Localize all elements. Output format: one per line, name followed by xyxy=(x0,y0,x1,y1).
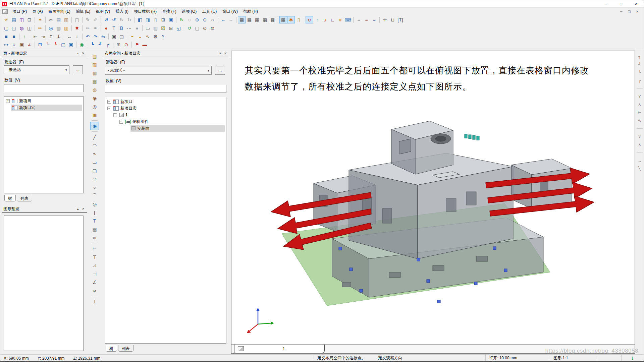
tree-item[interactable]: + 新项目 xyxy=(105,98,226,105)
zoom-in-icon[interactable]: ⊕ xyxy=(193,16,201,23)
spline-tool-icon[interactable]: ∫ xyxy=(90,208,99,217)
insert-window-icon[interactable]: ◧ xyxy=(136,16,144,23)
menu-item[interactable]: 项目数据 (R) xyxy=(131,8,159,15)
toolbar-icon[interactable] xyxy=(33,16,36,23)
table-edit-icon[interactable]: ◨ xyxy=(144,16,152,23)
copy-pages-icon[interactable]: ▤ xyxy=(55,24,62,32)
tree-item[interactable]: 安装面 xyxy=(105,125,226,132)
paste-icon[interactable]: ▥ xyxy=(62,16,70,23)
menu-item[interactable]: 布局空间 (L) xyxy=(46,8,73,15)
style-more-icon[interactable]: ⋯ xyxy=(125,24,133,32)
drill-icon[interactable]: ◉ xyxy=(90,94,99,102)
frame-t-icon[interactable]: ▣ xyxy=(67,41,75,48)
panel-close-icon[interactable]: ✕ xyxy=(82,207,85,210)
dim-vertical-icon[interactable]: ⊤ xyxy=(90,253,99,261)
location-pin-icon[interactable]: ◉ xyxy=(78,41,86,48)
dim-chain-icon[interactable]: ⊣ xyxy=(90,269,99,278)
dim-horizontal-icon[interactable]: ⊢ xyxy=(90,244,99,253)
align-bottom-icon[interactable]: ↧ xyxy=(55,33,62,40)
format-brush-icon[interactable]: ✎ xyxy=(84,16,92,23)
tree-expander[interactable]: + xyxy=(6,99,10,103)
corner-down-left-icon[interactable]: ┘ xyxy=(636,60,643,68)
filter-dropdown[interactable]: - 未激活 - ▾ xyxy=(4,65,69,74)
toolbar-icon[interactable] xyxy=(18,33,21,40)
menu-item[interactable]: 帮助 (H) xyxy=(240,8,261,15)
toolbar-icon[interactable] xyxy=(99,16,102,23)
close-button[interactable]: ✕ xyxy=(629,0,644,7)
rotate-view-icon[interactable]: ↺ xyxy=(185,24,193,32)
settings-wrench-icon[interactable]: ✦ xyxy=(36,16,44,23)
toolbar-icon[interactable] xyxy=(81,33,84,40)
toolbar-icon[interactable] xyxy=(133,16,136,23)
cylinder-icon[interactable]: ◍ xyxy=(90,85,99,94)
maximize-button[interactable]: □ xyxy=(613,0,629,7)
toolbar-icon[interactable] xyxy=(130,41,133,48)
panel-collapse-icon[interactable]: ▴ xyxy=(77,52,79,55)
copy-icon[interactable]: ▤ xyxy=(55,16,62,23)
filled-box-icon[interactable]: ▣ xyxy=(18,41,25,48)
toolbar-icon[interactable] xyxy=(81,16,84,23)
corner-curve-icon[interactable]: ╰ xyxy=(52,41,59,48)
toolbar-icon[interactable] xyxy=(378,16,381,23)
menu-item[interactable]: 工具 (U) xyxy=(199,8,219,15)
toolbar-icon[interactable] xyxy=(636,148,643,157)
new-page-icon[interactable]: ▯ xyxy=(152,16,159,23)
keyboard-icon[interactable]: ⌨ xyxy=(344,16,352,23)
toolbar-icon[interactable] xyxy=(75,41,78,48)
to-back-icon[interactable]: ◒ xyxy=(136,33,144,40)
3d-viewport[interactable]: 其实只要第一个校准完毕之后后面五个都可以在俯视图下放置，直接在表格窗口内修改 数… xyxy=(231,51,635,354)
text-style-icon[interactable]: T xyxy=(110,24,118,32)
menu-item[interactable]: 编辑 (E) xyxy=(73,8,93,15)
toolbar-icon[interactable] xyxy=(112,41,115,48)
corner-gear-icon[interactable]: ⊡ xyxy=(36,41,44,48)
frame-icon[interactable]: ▢ xyxy=(59,41,67,48)
grid-page-icon[interactable]: ⊞ xyxy=(167,24,175,32)
junction-down-icon[interactable]: ⋎ xyxy=(636,132,643,140)
rotate-left-icon[interactable]: ↶ xyxy=(84,33,92,40)
pages-tree[interactable]: + 新项目 新项目宏 xyxy=(4,96,84,193)
menu-item[interactable]: 窗口 (W) xyxy=(219,8,240,15)
wire-icon[interactable]: ∿ xyxy=(144,33,152,40)
layout-space-manage-icon[interactable]: ◍ xyxy=(18,24,25,32)
box-3d-alt-icon[interactable]: ▨ xyxy=(90,60,99,69)
toolbar-icon[interactable] xyxy=(182,24,185,32)
tree-expander[interactable]: − xyxy=(107,107,111,110)
layout-space-tree[interactable]: + 新项目 − 新项目宏 − 1 − 逻辑组件 xyxy=(105,97,226,344)
refresh-icon[interactable]: ↻ xyxy=(178,16,185,23)
corner-branch-icon[interactable]: ⊢ xyxy=(636,108,643,116)
angle-snap-icon[interactable]: ∟ xyxy=(329,16,336,23)
measure-icon[interactable]: ⊥ xyxy=(90,297,99,306)
layout-space-tab[interactable]: 1 xyxy=(234,345,325,353)
arc-tool-icon[interactable]: ◠ xyxy=(90,141,99,149)
select-region-icon[interactable]: ▢ xyxy=(73,16,81,23)
menu-item[interactable]: 视图 (V) xyxy=(93,8,113,15)
pin-green-icon[interactable]: ↑ xyxy=(21,33,29,40)
ungroup-icon[interactable]: ▢ xyxy=(118,33,125,40)
dim-aligned-icon[interactable]: ⊿ xyxy=(90,261,99,269)
toolbar-icon[interactable] xyxy=(44,16,47,23)
delete-icon[interactable]: ✖ xyxy=(73,24,81,32)
workspace-icon[interactable]: ▣ xyxy=(167,16,175,23)
line-tool-icon[interactable]: ╱ xyxy=(90,133,99,141)
forward-icon[interactable]: → xyxy=(227,16,235,23)
menu-item[interactable]: 插入 (I) xyxy=(113,8,131,15)
panel-collapse-icon[interactable]: ▾ xyxy=(219,52,221,55)
toolbar-icon[interactable] xyxy=(81,24,84,32)
toolbar-icon[interactable] xyxy=(33,41,36,48)
toolbar-icon[interactable] xyxy=(91,130,98,133)
align-left-icon[interactable]: ⇤ xyxy=(32,33,39,40)
bold-style-icon[interactable]: B xyxy=(118,24,125,32)
zoom-all-icon[interactable]: ○ xyxy=(209,16,216,23)
text-block-icon[interactable]: [T] xyxy=(396,16,404,23)
mdi-close-button[interactable]: ✕ xyxy=(634,8,641,14)
tree-item[interactable]: 新项目宏 xyxy=(4,104,83,111)
angle-c-icon[interactable]: ┏ xyxy=(104,41,112,48)
print-icon[interactable]: ⊟ xyxy=(25,16,33,23)
filter-browse-button[interactable]: ... xyxy=(215,66,225,75)
undo-icon[interactable]: ↺ xyxy=(102,16,110,23)
zoom-window-icon[interactable]: ◌ xyxy=(185,16,193,23)
fill-blue-icon[interactable]: ■ xyxy=(2,33,10,40)
paste-pages-icon[interactable]: ▥ xyxy=(62,24,70,32)
panel-tab[interactable]: 列表 xyxy=(118,345,133,352)
circle-tool-icon[interactable]: ○ xyxy=(90,183,99,191)
